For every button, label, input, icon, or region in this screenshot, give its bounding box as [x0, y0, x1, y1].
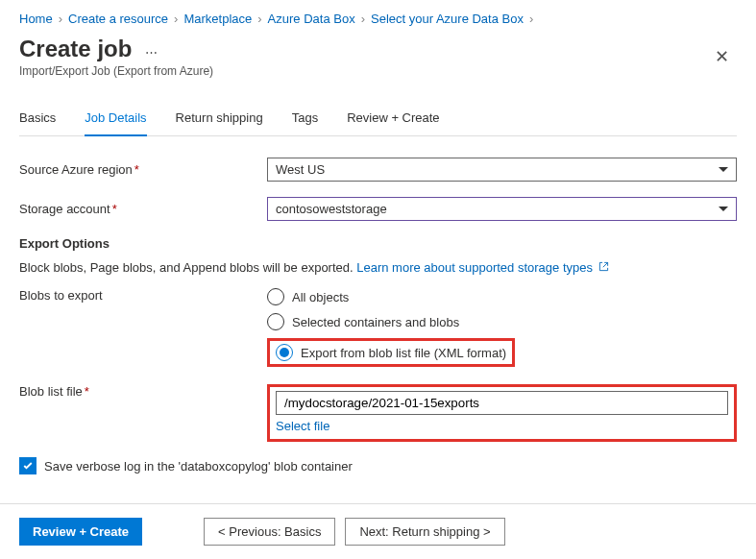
- chevron-right-icon: ›: [59, 12, 62, 26]
- blob-list-file-input[interactable]: [276, 391, 728, 415]
- select-file-link[interactable]: Select file: [276, 419, 329, 433]
- tab-review-create[interactable]: Review + Create: [347, 105, 439, 135]
- radio-selected-containers-label: Selected containers and blobs: [292, 315, 459, 329]
- previous-button[interactable]: < Previous: Basics: [204, 518, 335, 546]
- export-helper-text: Block blobs, Page blobs, and Append blob…: [19, 260, 737, 275]
- radio-export-xml-label: Export from blob list file (XML format): [301, 346, 506, 360]
- breadcrumb-create-resource[interactable]: Create a resource: [68, 12, 168, 26]
- chevron-right-icon: ›: [257, 12, 261, 26]
- storage-account-select[interactable]: contosoweststorage: [267, 197, 737, 221]
- radio-all-objects-label: All objects: [292, 290, 349, 304]
- source-region-select[interactable]: West US: [267, 158, 737, 182]
- tab-bar: Basics Job Details Return shipping Tags …: [19, 105, 737, 136]
- more-actions-icon[interactable]: ⋯: [145, 45, 159, 60]
- chevron-right-icon: ›: [361, 12, 365, 26]
- save-verbose-log-checkbox[interactable]: [19, 457, 37, 474]
- breadcrumb: Home › Create a resource › Marketplace ›…: [19, 12, 737, 26]
- blobs-export-radio-group: All objects Selected containers and blob…: [267, 288, 737, 367]
- breadcrumb-marketplace[interactable]: Marketplace: [183, 12, 252, 26]
- breadcrumb-home[interactable]: Home: [19, 12, 53, 26]
- chevron-right-icon: ›: [529, 12, 533, 26]
- save-verbose-log-label: Save verbose log in the 'databoxcopylog'…: [44, 459, 353, 474]
- learn-more-link[interactable]: Learn more about supported storage types: [356, 260, 608, 275]
- blobs-to-export-label: Blobs to export: [19, 288, 267, 303]
- export-options-title: Export Options: [19, 236, 737, 251]
- storage-account-value: contosoweststorage: [276, 202, 387, 216]
- page-title: Create job: [19, 36, 132, 62]
- tab-job-details[interactable]: Job Details: [85, 105, 146, 136]
- tab-return-shipping[interactable]: Return shipping: [176, 105, 263, 135]
- storage-account-label: Storage account*: [19, 202, 267, 216]
- chevron-down-icon: [719, 207, 728, 211]
- next-button[interactable]: Next: Return shipping >: [345, 518, 504, 546]
- tab-basics[interactable]: Basics: [19, 105, 56, 135]
- source-region-value: West US: [276, 162, 325, 177]
- external-link-icon: [598, 260, 609, 275]
- tab-tags[interactable]: Tags: [292, 105, 318, 135]
- page-subtitle: Import/Export Job (Export from Azure): [19, 64, 213, 78]
- close-icon[interactable]: ✕: [707, 42, 737, 71]
- radio-selected-containers[interactable]: [267, 313, 284, 330]
- blob-list-file-label: Blob list file*: [19, 384, 267, 399]
- source-region-label: Source Azure region*: [19, 162, 267, 177]
- footer-bar: Review + Create < Previous: Basics Next:…: [0, 503, 756, 559]
- chevron-down-icon: [719, 167, 728, 172]
- radio-export-xml[interactable]: [276, 344, 293, 361]
- radio-all-objects[interactable]: [267, 288, 284, 305]
- chevron-right-icon: ›: [174, 12, 178, 26]
- breadcrumb-select-data-box[interactable]: Select your Azure Data Box: [371, 12, 524, 26]
- breadcrumb-azure-data-box[interactable]: Azure Data Box: [268, 12, 355, 26]
- review-create-button[interactable]: Review + Create: [19, 518, 142, 546]
